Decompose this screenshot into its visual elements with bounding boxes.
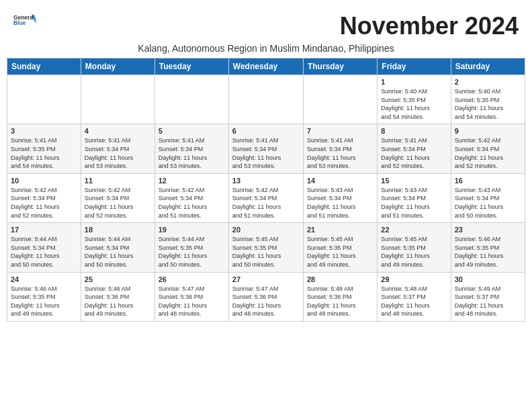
day-number: 8 xyxy=(381,127,447,135)
calendar-cell: 27Sunrise: 5:47 AM Sunset: 5:36 PM Dayli… xyxy=(228,272,303,321)
col-header-tuesday: Tuesday xyxy=(154,58,228,75)
day-number: 9 xyxy=(455,127,521,135)
col-header-monday: Monday xyxy=(81,58,154,75)
calendar-cell: 13Sunrise: 5:42 AM Sunset: 5:34 PM Dayli… xyxy=(228,173,303,222)
day-info: Sunrise: 5:44 AM Sunset: 5:34 PM Dayligh… xyxy=(85,235,151,269)
day-number: 5 xyxy=(159,127,225,135)
calendar-week-1: 1Sunrise: 5:40 AM Sunset: 5:35 PM Daylig… xyxy=(7,75,525,124)
day-info: Sunrise: 5:40 AM Sunset: 5:35 PM Dayligh… xyxy=(455,87,521,121)
day-number: 15 xyxy=(381,177,447,185)
calendar-cell: 16Sunrise: 5:43 AM Sunset: 5:34 PM Dayli… xyxy=(451,173,525,222)
calendar-cell: 17Sunrise: 5:44 AM Sunset: 5:34 PM Dayli… xyxy=(7,223,81,272)
day-info: Sunrise: 5:43 AM Sunset: 5:34 PM Dayligh… xyxy=(455,186,521,220)
calendar-cell: 29Sunrise: 5:48 AM Sunset: 5:37 PM Dayli… xyxy=(378,272,451,321)
day-info: Sunrise: 5:48 AM Sunset: 5:36 PM Dayligh… xyxy=(307,285,373,318)
calendar-header-row: SundayMondayTuesdayWednesdayThursdayFrid… xyxy=(7,58,525,75)
calendar-week-3: 10Sunrise: 5:42 AM Sunset: 5:34 PM Dayli… xyxy=(7,173,525,222)
calendar-cell: 3Sunrise: 5:41 AM Sunset: 5:35 PM Daylig… xyxy=(7,124,81,173)
day-number: 13 xyxy=(232,177,300,185)
day-number: 27 xyxy=(232,275,300,283)
page-header: General Blue November 2024 xyxy=(7,7,525,43)
calendar-table: SundayMondayTuesdayWednesdayThursdayFrid… xyxy=(7,58,525,322)
day-info: Sunrise: 5:40 AM Sunset: 5:35 PM Dayligh… xyxy=(381,87,447,121)
calendar-cell: 26Sunrise: 5:47 AM Sunset: 5:36 PM Dayli… xyxy=(154,272,228,321)
day-number: 23 xyxy=(455,226,521,234)
day-info: Sunrise: 5:42 AM Sunset: 5:34 PM Dayligh… xyxy=(455,136,521,170)
calendar-cell: 18Sunrise: 5:44 AM Sunset: 5:34 PM Dayli… xyxy=(81,223,154,272)
calendar-subtitle: Kalang, Autonomous Region in Muslim Mind… xyxy=(7,43,525,54)
calendar-cell: 4Sunrise: 5:41 AM Sunset: 5:34 PM Daylig… xyxy=(81,124,154,173)
calendar-cell: 28Sunrise: 5:48 AM Sunset: 5:36 PM Dayli… xyxy=(303,272,377,321)
day-number: 16 xyxy=(455,177,521,185)
day-number: 20 xyxy=(232,226,300,234)
col-header-saturday: Saturday xyxy=(451,58,525,75)
calendar-cell: 6Sunrise: 5:41 AM Sunset: 5:34 PM Daylig… xyxy=(228,124,303,173)
col-header-wednesday: Wednesday xyxy=(228,58,303,75)
day-info: Sunrise: 5:46 AM Sunset: 5:36 PM Dayligh… xyxy=(85,285,151,318)
calendar-cell: 25Sunrise: 5:46 AM Sunset: 5:36 PM Dayli… xyxy=(81,272,154,321)
day-info: Sunrise: 5:47 AM Sunset: 5:36 PM Dayligh… xyxy=(232,285,300,318)
day-number: 4 xyxy=(85,127,151,135)
calendar-cell: 19Sunrise: 5:44 AM Sunset: 5:35 PM Dayli… xyxy=(154,223,228,272)
day-info: Sunrise: 5:44 AM Sunset: 5:34 PM Dayligh… xyxy=(11,235,77,269)
logo: General Blue xyxy=(13,12,38,28)
day-number: 11 xyxy=(85,177,151,185)
calendar-week-2: 3Sunrise: 5:41 AM Sunset: 5:35 PM Daylig… xyxy=(7,124,525,173)
day-number: 3 xyxy=(11,127,77,135)
calendar-cell xyxy=(154,75,228,124)
day-number: 19 xyxy=(159,226,225,234)
day-number: 28 xyxy=(307,275,373,283)
calendar-cell: 15Sunrise: 5:43 AM Sunset: 5:34 PM Dayli… xyxy=(378,173,451,222)
calendar-week-5: 24Sunrise: 5:46 AM Sunset: 5:35 PM Dayli… xyxy=(7,272,525,321)
month-title: November 2024 xyxy=(340,12,519,40)
day-info: Sunrise: 5:41 AM Sunset: 5:35 PM Dayligh… xyxy=(11,136,77,170)
day-number: 22 xyxy=(381,226,447,234)
calendar-cell: 2Sunrise: 5:40 AM Sunset: 5:35 PM Daylig… xyxy=(451,75,525,124)
day-info: Sunrise: 5:42 AM Sunset: 5:34 PM Dayligh… xyxy=(11,186,77,220)
calendar-cell: 10Sunrise: 5:42 AM Sunset: 5:34 PM Dayli… xyxy=(7,173,81,222)
day-info: Sunrise: 5:43 AM Sunset: 5:34 PM Dayligh… xyxy=(381,186,447,220)
day-number: 17 xyxy=(11,226,77,234)
calendar-cell: 11Sunrise: 5:42 AM Sunset: 5:34 PM Dayli… xyxy=(81,173,154,222)
day-number: 12 xyxy=(159,177,225,185)
day-number: 7 xyxy=(307,127,373,135)
calendar-week-4: 17Sunrise: 5:44 AM Sunset: 5:34 PM Dayli… xyxy=(7,223,525,272)
calendar-cell: 8Sunrise: 5:41 AM Sunset: 5:34 PM Daylig… xyxy=(378,124,451,173)
day-number: 1 xyxy=(381,78,447,86)
day-info: Sunrise: 5:42 AM Sunset: 5:34 PM Dayligh… xyxy=(232,186,300,220)
calendar-cell: 21Sunrise: 5:45 AM Sunset: 5:35 PM Dayli… xyxy=(303,223,377,272)
day-info: Sunrise: 5:41 AM Sunset: 5:34 PM Dayligh… xyxy=(307,136,373,170)
day-number: 30 xyxy=(455,275,521,283)
day-number: 26 xyxy=(159,275,225,283)
calendar-cell xyxy=(81,75,154,124)
day-info: Sunrise: 5:41 AM Sunset: 5:34 PM Dayligh… xyxy=(85,136,151,170)
day-info: Sunrise: 5:46 AM Sunset: 5:35 PM Dayligh… xyxy=(455,235,521,269)
day-info: Sunrise: 5:41 AM Sunset: 5:34 PM Dayligh… xyxy=(159,136,225,170)
col-header-friday: Friday xyxy=(378,58,451,75)
svg-marker-3 xyxy=(32,19,36,24)
svg-text:Blue: Blue xyxy=(13,19,26,26)
day-number: 21 xyxy=(307,226,373,234)
day-info: Sunrise: 5:42 AM Sunset: 5:34 PM Dayligh… xyxy=(85,186,151,220)
calendar-cell xyxy=(303,75,377,124)
calendar-cell: 7Sunrise: 5:41 AM Sunset: 5:34 PM Daylig… xyxy=(303,124,377,173)
calendar-cell: 20Sunrise: 5:45 AM Sunset: 5:35 PM Dayli… xyxy=(228,223,303,272)
calendar-cell: 1Sunrise: 5:40 AM Sunset: 5:35 PM Daylig… xyxy=(378,75,451,124)
day-number: 14 xyxy=(307,177,373,185)
day-info: Sunrise: 5:45 AM Sunset: 5:35 PM Dayligh… xyxy=(307,235,373,269)
day-info: Sunrise: 5:45 AM Sunset: 5:35 PM Dayligh… xyxy=(232,235,300,269)
calendar-cell: 22Sunrise: 5:45 AM Sunset: 5:35 PM Dayli… xyxy=(378,223,451,272)
calendar-cell: 9Sunrise: 5:42 AM Sunset: 5:34 PM Daylig… xyxy=(451,124,525,173)
day-info: Sunrise: 5:46 AM Sunset: 5:35 PM Dayligh… xyxy=(11,285,77,318)
calendar-cell: 14Sunrise: 5:43 AM Sunset: 5:34 PM Dayli… xyxy=(303,173,377,222)
calendar-cell: 30Sunrise: 5:49 AM Sunset: 5:37 PM Dayli… xyxy=(451,272,525,321)
calendar-cell: 12Sunrise: 5:42 AM Sunset: 5:34 PM Dayli… xyxy=(154,173,228,222)
calendar-cell: 5Sunrise: 5:41 AM Sunset: 5:34 PM Daylig… xyxy=(154,124,228,173)
calendar-cell xyxy=(7,75,81,124)
day-number: 10 xyxy=(11,177,77,185)
day-number: 6 xyxy=(232,127,300,135)
day-info: Sunrise: 5:42 AM Sunset: 5:34 PM Dayligh… xyxy=(159,186,225,220)
day-info: Sunrise: 5:44 AM Sunset: 5:35 PM Dayligh… xyxy=(159,235,225,269)
day-number: 24 xyxy=(11,275,77,283)
calendar-cell xyxy=(228,75,303,124)
